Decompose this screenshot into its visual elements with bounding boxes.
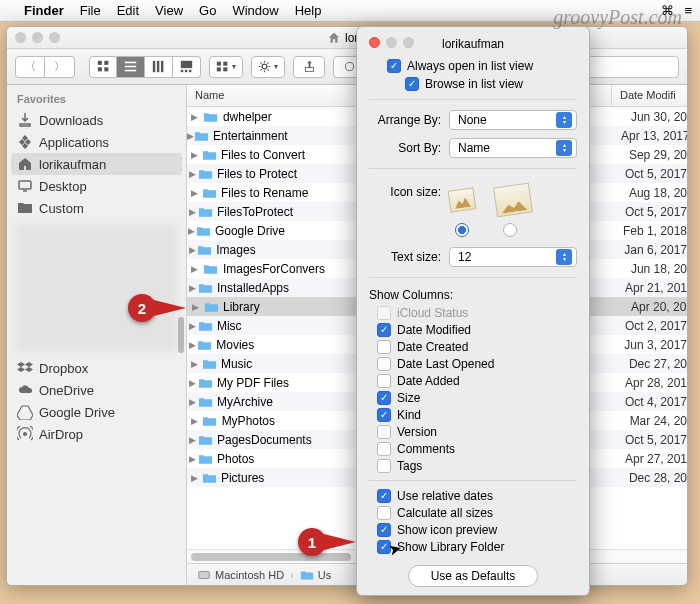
column-size-checkbox[interactable]	[377, 391, 391, 405]
action-button[interactable]: ▾	[251, 56, 285, 78]
folder-icon	[198, 451, 213, 467]
column-date-modified-checkbox[interactable]	[377, 323, 391, 337]
folder-icon	[197, 242, 212, 258]
column-header-date[interactable]: Date Modifi	[612, 85, 687, 106]
disclosure-triangle-icon[interactable]: ▶	[187, 416, 202, 426]
disclosure-triangle-icon[interactable]: ▶	[187, 435, 198, 445]
option-label: Calculate all sizes	[397, 506, 493, 520]
sidebar-blurred-area	[15, 223, 178, 353]
dropbox-icon	[17, 360, 33, 376]
disclosure-triangle-icon[interactable]: ▶	[187, 378, 198, 388]
sidebar-item-onedrive[interactable]: OneDrive	[7, 379, 186, 401]
sidebar-splitter[interactable]	[176, 85, 186, 585]
disclosure-triangle-icon[interactable]: ▶	[187, 340, 197, 350]
sidebar-item-custom[interactable]: Custom	[7, 197, 186, 219]
disclosure-triangle-icon[interactable]: ▶	[187, 397, 198, 407]
folder-icon	[203, 261, 219, 277]
disclosure-triangle-icon[interactable]: ▶	[187, 131, 194, 141]
column-date-added-checkbox[interactable]	[377, 374, 391, 388]
always-open-checkbox[interactable]	[387, 59, 401, 73]
svg-rect-5	[125, 66, 136, 68]
svg-rect-13	[189, 70, 191, 72]
disclosure-triangle-icon[interactable]: ▶	[187, 264, 203, 274]
column-tags-checkbox[interactable]	[377, 459, 391, 473]
column-date-created-checkbox[interactable]	[377, 340, 391, 354]
folder-icon	[198, 375, 213, 391]
column-option-label: Kind	[397, 408, 421, 422]
forward-button[interactable]: 〉	[45, 56, 75, 78]
calculate-all-sizes-checkbox[interactable]	[377, 506, 391, 520]
panel-title: lorikaufman	[442, 37, 504, 51]
folder-icon	[196, 223, 211, 239]
back-button[interactable]: 〈	[15, 56, 45, 78]
use-relative-dates-checkbox[interactable]	[377, 489, 391, 503]
sidebar-item-label: Google Drive	[39, 405, 115, 420]
path-segment[interactable]: Macintosh HD	[215, 569, 284, 581]
folder-icon	[198, 204, 213, 220]
gallery-view-button[interactable]	[173, 56, 201, 78]
show-columns-label: Show Columns:	[369, 284, 577, 304]
sidebar-item-lorikaufman[interactable]: lorikaufman	[11, 153, 182, 175]
sidebar-item-airdrop[interactable]: AirDrop	[7, 423, 186, 445]
browse-in-checkbox[interactable]	[405, 77, 419, 91]
disclosure-triangle-icon[interactable]: ▶	[187, 226, 196, 236]
menu-go[interactable]: Go	[199, 3, 216, 18]
menuextra-icon2[interactable]: ≡	[684, 3, 692, 18]
disclosure-triangle-icon[interactable]: ▶	[187, 169, 198, 179]
svg-rect-9	[161, 61, 163, 72]
sidebar-item-label: Downloads	[39, 113, 103, 128]
icon-size-large-radio[interactable]	[503, 223, 517, 237]
menubar-app-name[interactable]: Finder	[24, 3, 64, 18]
view-mode-segment[interactable]	[89, 56, 201, 78]
sidebar-item-dropbox[interactable]: Dropbox	[7, 357, 186, 379]
disclosure-triangle-icon[interactable]: ▶	[187, 473, 202, 483]
path-segment[interactable]: Us	[318, 569, 331, 581]
sidebar-item-label: Custom	[39, 201, 84, 216]
file-date: Oct 5, 2017	[617, 433, 687, 447]
sidebar-item-label: Applications	[39, 135, 109, 150]
menu-help[interactable]: Help	[295, 3, 322, 18]
text-size-popup[interactable]: 12▴▾	[449, 247, 577, 267]
show-icon-preview-checkbox[interactable]	[377, 523, 391, 537]
svg-point-18	[262, 64, 267, 69]
share-button[interactable]	[293, 56, 325, 78]
traffic-lights[interactable]	[15, 32, 60, 43]
list-view-button[interactable]	[117, 56, 145, 78]
disclosure-triangle-icon[interactable]: ▶	[187, 321, 198, 331]
menu-view[interactable]: View	[155, 3, 183, 18]
sidebar-item-downloads[interactable]: Downloads	[7, 109, 186, 131]
menu-edit[interactable]: Edit	[117, 3, 139, 18]
menu-window[interactable]: Window	[232, 3, 278, 18]
column-date-last-opened-checkbox[interactable]	[377, 357, 391, 371]
disclosure-triangle-icon[interactable]: ▶	[187, 245, 197, 255]
menu-file[interactable]: File	[80, 3, 101, 18]
icon-size-small-radio[interactable]	[455, 223, 469, 237]
svg-rect-11	[181, 70, 183, 72]
column-view-button[interactable]	[145, 56, 173, 78]
disclosure-triangle-icon[interactable]: ▶	[187, 283, 198, 293]
disclosure-triangle-icon[interactable]: ▶	[187, 454, 198, 464]
disclosure-triangle-icon[interactable]: ▶	[187, 150, 202, 160]
folder-icon	[202, 147, 217, 163]
close-button[interactable]	[369, 37, 380, 48]
panel-traffic-lights[interactable]	[369, 37, 414, 48]
arrange-button[interactable]: ▾	[209, 56, 243, 78]
disclosure-triangle-icon[interactable]: ▶	[187, 112, 203, 122]
disclosure-triangle-icon[interactable]: ▶	[187, 188, 202, 198]
sidebar-item-applications[interactable]: Applications	[7, 131, 186, 153]
column-version-checkbox[interactable]	[377, 425, 391, 439]
folder-icon	[300, 569, 314, 581]
sidebar-item-google-drive[interactable]: Google Drive	[7, 401, 186, 423]
sidebar-item-desktop[interactable]: Desktop	[7, 175, 186, 197]
folder-icon	[198, 280, 213, 296]
disclosure-triangle-icon[interactable]: ▶	[187, 359, 202, 369]
icon-view-button[interactable]	[89, 56, 117, 78]
column-comments-checkbox[interactable]	[377, 442, 391, 456]
column-kind-checkbox[interactable]	[377, 408, 391, 422]
disclosure-triangle-icon[interactable]: ▶	[187, 302, 203, 312]
arrange-by-popup[interactable]: None▴▾	[449, 110, 577, 130]
sort-by-popup[interactable]: Name▴▾	[449, 138, 577, 158]
file-date: Apr 20, 20	[623, 300, 687, 314]
use-as-defaults-button[interactable]: Use as Defaults	[408, 565, 538, 587]
disclosure-triangle-icon[interactable]: ▶	[187, 207, 198, 217]
